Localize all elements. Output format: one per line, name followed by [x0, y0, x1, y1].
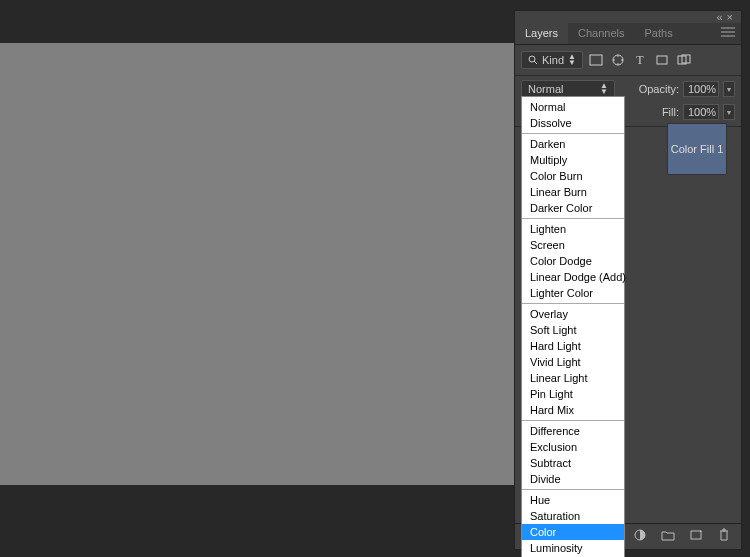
filter-shape-icon[interactable] — [653, 51, 671, 69]
blend-option-saturation[interactable]: Saturation — [522, 508, 624, 524]
blend-current: Normal — [528, 83, 563, 95]
layers-panel: « × Layers Channels Paths Kind ▲▼ T Norm… — [514, 10, 742, 550]
blend-option-color[interactable]: Color — [522, 524, 624, 540]
fill-value[interactable]: 100% — [683, 104, 719, 120]
opacity-drop-icon[interactable]: ▼ — [723, 81, 735, 97]
filter-adjust-icon[interactable] — [609, 51, 627, 69]
blend-option-hard-light[interactable]: Hard Light — [522, 338, 624, 354]
fill-label: Fill: — [662, 106, 679, 118]
blend-option-exclusion[interactable]: Exclusion — [522, 439, 624, 455]
blend-option-soft-light[interactable]: Soft Light — [522, 322, 624, 338]
tab-channels[interactable]: Channels — [568, 23, 634, 44]
canvas-area — [0, 43, 514, 485]
panel-tabs: Layers Channels Paths — [515, 23, 741, 45]
search-icon — [528, 55, 538, 65]
folder-icon[interactable] — [659, 526, 677, 544]
blend-option-darker-color[interactable]: Darker Color — [522, 200, 624, 216]
panel-menu-icon[interactable] — [715, 23, 741, 44]
layer-color-fill-1[interactable]: Color Fill 1 — [667, 123, 727, 175]
updown-icon: ▲▼ — [568, 54, 576, 66]
blend-option-linear-dodge-add-[interactable]: Linear Dodge (Add) — [522, 269, 624, 285]
filter-type-icon[interactable]: T — [631, 51, 649, 69]
blend-option-vivid-light[interactable]: Vivid Light — [522, 354, 624, 370]
blend-option-color-burn[interactable]: Color Burn — [522, 168, 624, 184]
layer-name: Color Fill 1 — [671, 143, 724, 155]
blend-option-hue[interactable]: Hue — [522, 492, 624, 508]
close-icon[interactable]: × — [727, 11, 733, 23]
svg-rect-2 — [590, 55, 602, 65]
collapse-icon[interactable]: « — [716, 11, 722, 23]
trash-icon[interactable] — [715, 526, 733, 544]
blend-option-divide[interactable]: Divide — [522, 471, 624, 487]
blend-option-subtract[interactable]: Subtract — [522, 455, 624, 471]
blend-option-difference[interactable]: Difference — [522, 423, 624, 439]
kind-filter[interactable]: Kind ▲▼ — [521, 51, 583, 69]
blend-option-hard-mix[interactable]: Hard Mix — [522, 402, 624, 418]
blend-option-color-dodge[interactable]: Color Dodge — [522, 253, 624, 269]
kind-label: Kind — [542, 54, 564, 66]
blend-option-pin-light[interactable]: Pin Light — [522, 386, 624, 402]
blend-option-linear-burn[interactable]: Linear Burn — [522, 184, 624, 200]
blend-option-darken[interactable]: Darken — [522, 136, 624, 152]
filter-pixel-icon[interactable] — [587, 51, 605, 69]
tab-layers[interactable]: Layers — [515, 23, 568, 44]
updown-icon: ▲▼ — [600, 83, 608, 95]
blend-option-lighten[interactable]: Lighten — [522, 221, 624, 237]
svg-rect-10 — [691, 531, 701, 539]
blend-mode-dropdown: NormalDissolveDarkenMultiplyColor BurnLi… — [521, 96, 625, 557]
opacity-label: Opacity: — [639, 83, 679, 95]
filter-smart-icon[interactable] — [675, 51, 693, 69]
blend-option-lighter-color[interactable]: Lighter Color — [522, 285, 624, 301]
tab-paths[interactable]: Paths — [635, 23, 683, 44]
new-layer-icon[interactable] — [687, 526, 705, 544]
adjustment-icon[interactable] — [631, 526, 649, 544]
blend-option-dissolve[interactable]: Dissolve — [522, 115, 624, 131]
blend-opacity-row: Normal ▲▼ NormalDissolveDarkenMultiplyCo… — [515, 76, 741, 102]
svg-line-1 — [534, 61, 537, 64]
blend-option-linear-light[interactable]: Linear Light — [522, 370, 624, 386]
blend-option-normal[interactable]: Normal — [522, 99, 624, 115]
opacity-value[interactable]: 100% — [683, 81, 719, 97]
fill-drop-icon[interactable]: ▼ — [723, 104, 735, 120]
blend-option-overlay[interactable]: Overlay — [522, 306, 624, 322]
blend-option-multiply[interactable]: Multiply — [522, 152, 624, 168]
svg-rect-4 — [657, 56, 667, 64]
filter-row: Kind ▲▼ T — [515, 45, 741, 76]
blend-option-screen[interactable]: Screen — [522, 237, 624, 253]
blend-option-luminosity[interactable]: Luminosity — [522, 540, 624, 556]
